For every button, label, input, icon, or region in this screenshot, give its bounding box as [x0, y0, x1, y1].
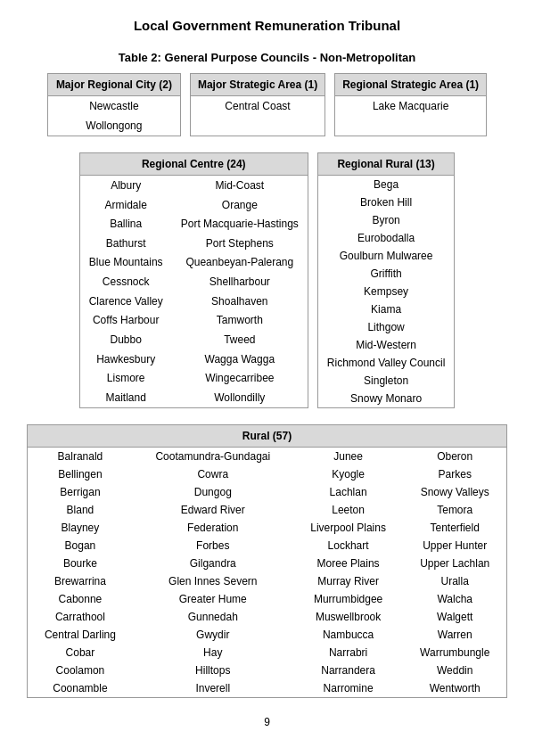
rural-cell-13-3: Wentworth	[403, 679, 506, 698]
rc-cell-11-1: Wollondilly	[172, 388, 308, 407]
rural-cell-5-2: Lockhart	[293, 537, 404, 555]
top-box-cell-2-0: Lake Macquarie	[335, 96, 486, 116]
rural-cell-13-1: Inverell	[133, 679, 293, 698]
rural-cell-1-0: Bellingen	[28, 465, 133, 483]
rural-cell-10-2: Nambucca	[293, 626, 404, 644]
rr-cell-11: Singleton	[317, 372, 455, 390]
table-row: Central DarlingGwydirNambuccaWarren	[28, 626, 507, 644]
rural-cell-11-0: Cobar	[28, 644, 133, 662]
table-row: CoolamonHilltopsNarranderaWeddin	[28, 662, 507, 679]
rural-cell-6-3: Upper Lachlan	[403, 555, 506, 572]
rural-cell-9-1: Gunnedah	[133, 608, 293, 626]
rc-cell-7-0: Coffs Harbour	[79, 311, 172, 331]
rural-cell-13-0: Coonamble	[28, 679, 133, 698]
rr-cell-4: Goulburn Mulwaree	[317, 247, 455, 265]
rural-cell-13-2: Narromine	[293, 679, 404, 698]
rural-cell-9-0: Carrathool	[28, 608, 133, 626]
table-row: BellingenCowraKyogleParkes	[28, 465, 507, 483]
rural-cell-3-3: Temora	[403, 501, 506, 519]
rural-cell-5-3: Upper Hunter	[403, 537, 506, 555]
rural-cell-4-2: Liverpool Plains	[293, 519, 404, 537]
table-row: CobarHayNarrabriWarrumbungle	[28, 644, 507, 662]
rural-cell-6-1: Gilgandra	[133, 555, 293, 572]
top-box-header-0: Major Regional City (2)	[48, 74, 180, 96]
rc-cell-6-1: Shoalhaven	[172, 292, 308, 311]
rural-cell-11-3: Warrumbungle	[403, 644, 506, 662]
table-row: BerriganDungogLachlanSnowy Valleys	[28, 483, 507, 501]
rr-cell-7: Kiama	[317, 300, 455, 318]
rc-cell-3-0: Bathurst	[79, 234, 172, 253]
top-box-cell-1-0: Central Coast	[191, 96, 325, 116]
top-box-0: Major Regional City (2)NewcastleWollongo…	[47, 73, 181, 136]
rc-cell-7-1: Tamworth	[172, 311, 308, 331]
rr-cell-0: Bega	[317, 176, 455, 194]
table-row: BalranaldCootamundra-GundagaiJuneeOberon	[28, 448, 507, 466]
rc-cell-9-0: Hawkesbury	[79, 349, 172, 369]
rural-cell-1-1: Cowra	[133, 465, 293, 483]
rr-cell-10: Richmond Valley Council	[317, 354, 455, 372]
rural-cell-0-3: Oberon	[403, 448, 506, 466]
rc-cell-0-0: Albury	[79, 176, 172, 195]
page-title: Local Government Remuneration Tribunal	[27, 18, 507, 33]
table-title: Table 2: General Purpose Councils - Non-…	[27, 51, 507, 64]
top-box-cell-0-0: Newcastle	[48, 96, 180, 116]
page-number: 9	[27, 716, 507, 728]
rural-cell-6-0: Bourke	[28, 555, 133, 572]
rural-cell-7-1: Glen Innes Severn	[133, 572, 293, 590]
rural-cell-3-1: Edward River	[133, 501, 293, 519]
top-box-cell-0-1: Wollongong	[48, 116, 180, 136]
rc-cell-10-1: Wingecarribee	[172, 369, 308, 389]
rural-cell-9-3: Walgett	[403, 608, 506, 626]
rr-cell-12: Snowy Monaro	[317, 390, 455, 408]
top-section: Major Regional City (2)NewcastleWollongo…	[27, 73, 507, 136]
rural-cell-4-1: Federation	[133, 519, 293, 537]
rc-cell-0-1: Mid-Coast	[172, 176, 308, 195]
table-row: BourkeGilgandraMoree PlainsUpper Lachlan	[28, 555, 507, 572]
rural-cell-0-0: Balranald	[28, 448, 133, 466]
rural-cell-1-2: Kyogle	[293, 465, 404, 483]
rc-cell-1-0: Armidale	[79, 195, 172, 215]
rc-cell-8-1: Tweed	[172, 330, 308, 349]
regional-section: Regional Centre (24)AlburyMid-CoastArmid…	[27, 152, 507, 408]
rr-cell-5: Griffith	[317, 265, 455, 283]
rural-cell-12-1: Hilltops	[133, 662, 293, 679]
rc-cell-11-0: Maitland	[79, 388, 172, 407]
rc-cell-2-0: Ballina	[79, 214, 172, 234]
regional-centre-table: Regional Centre (24)AlburyMid-CoastArmid…	[79, 152, 308, 408]
rural-cell-8-1: Greater Hume	[133, 590, 293, 608]
rr-cell-9: Mid-Western	[317, 336, 455, 354]
rc-cell-4-1: Queanbeyan-Palerang	[172, 253, 308, 273]
rural-cell-10-0: Central Darling	[28, 626, 133, 644]
rc-cell-2-1: Port Macquarie-Hastings	[172, 214, 308, 234]
rural-cell-0-1: Cootamundra-Gundagai	[133, 448, 293, 466]
rural-cell-6-2: Moree Plains	[293, 555, 404, 572]
rc-cell-1-1: Orange	[172, 195, 308, 215]
rc-cell-3-1: Port Stephens	[172, 234, 308, 253]
rural-cell-7-0: Brewarrina	[28, 572, 133, 590]
rural-cell-11-2: Narrabri	[293, 644, 404, 662]
rural-cell-2-3: Snowy Valleys	[403, 483, 506, 501]
rural-cell-11-1: Hay	[133, 644, 293, 662]
table-row: CoonambleInverellNarromineWentworth	[28, 679, 507, 698]
rural-cell-3-0: Bland	[28, 501, 133, 519]
rural-header: Rural (57)	[28, 425, 507, 448]
table-row: BlayneyFederationLiverpool PlainsTenterf…	[28, 519, 507, 537]
rural-cell-4-0: Blayney	[28, 519, 133, 537]
top-box-2: Regional Strategic Area (1)Lake Macquari…	[334, 73, 487, 136]
rr-cell-3: Eurobodalla	[317, 229, 455, 247]
rr-cell-8: Lithgow	[317, 318, 455, 336]
rc-cell-5-1: Shellharbour	[172, 272, 308, 292]
rural-cell-12-3: Weddin	[403, 662, 506, 679]
rc-cell-6-0: Clarence Valley	[79, 292, 172, 311]
top-box-1: Major Strategic Area (1)Central Coast	[190, 73, 325, 136]
rr-cell-1: Broken Hill	[317, 193, 455, 211]
rural-cell-10-3: Warren	[403, 626, 506, 644]
rural-cell-2-2: Lachlan	[293, 483, 404, 501]
rural-cell-2-0: Berrigan	[28, 483, 133, 501]
rural-cell-4-3: Tenterfield	[403, 519, 506, 537]
rc-cell-4-0: Blue Mountains	[79, 253, 172, 273]
top-box-header-1: Major Strategic Area (1)	[191, 74, 325, 96]
regional-centre-header: Regional Centre (24)	[79, 153, 308, 176]
rural-cell-2-1: Dungog	[133, 483, 293, 501]
rr-cell-2: Byron	[317, 211, 455, 229]
